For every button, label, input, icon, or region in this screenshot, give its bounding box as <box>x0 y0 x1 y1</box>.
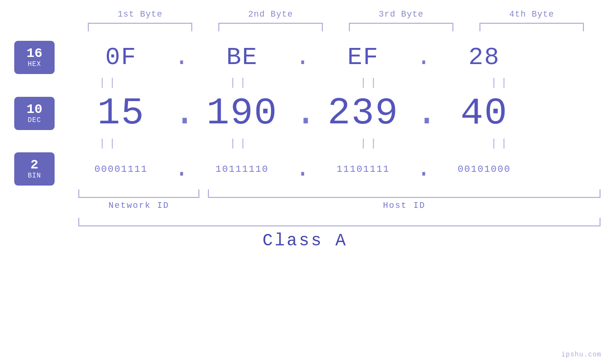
bin-dot2: . <box>294 155 311 183</box>
equals-row-1: || || || || <box>44 77 566 89</box>
dec-byte4: 40 <box>432 92 536 135</box>
main-container: 1st Byte 2nd Byte 3rd Byte 4th Byte 16 H… <box>0 0 610 364</box>
bracket-top-2 <box>218 23 323 31</box>
hex-badge: 16 HEX <box>14 41 55 74</box>
byte4-header: 4th Byte <box>479 9 584 19</box>
bin-byte4: 00101000 <box>432 164 536 175</box>
bracket-top-4 <box>479 23 584 31</box>
dec-dot1: . <box>173 92 190 135</box>
equals-4: || <box>449 77 553 89</box>
dec-dot3: . <box>415 92 432 135</box>
bracket-top-1 <box>88 23 192 31</box>
equals-1: || <box>57 77 161 89</box>
byte2-header: 2nd Byte <box>218 9 323 19</box>
hex-byte2: BE <box>190 44 294 72</box>
outer-bracket-bottom <box>78 218 601 226</box>
bin-row: 2 BIN 00001111 . 10111110 . 11101111 . 0… <box>0 152 610 186</box>
bin-byte2: 10111110 <box>190 164 294 175</box>
byte1-header: 1st Byte <box>88 9 192 19</box>
bin-badge-number: 2 <box>30 159 38 172</box>
bin-dot3: . <box>415 155 432 183</box>
class-label-row: Class A <box>0 231 610 251</box>
equals-7: || <box>318 138 422 149</box>
network-id-label: Network ID <box>78 201 199 210</box>
bin-byte3: 11101111 <box>311 164 415 175</box>
top-brackets <box>75 23 597 31</box>
hex-byte3: EF <box>311 44 415 72</box>
bin-badge-label: BIN <box>28 172 41 179</box>
equals-row-2: || || || || <box>44 138 566 149</box>
hex-dot1: . <box>173 44 190 72</box>
hex-byte4: 28 <box>432 44 536 72</box>
equals-5: || <box>57 138 161 149</box>
dec-values-row: 15 . 190 . 239 . 40 <box>69 92 610 135</box>
bin-byte1: 00001111 <box>69 164 173 175</box>
watermark: ipshu.com <box>561 351 601 358</box>
hex-byte1: 0F <box>69 44 173 72</box>
class-label: Class A <box>263 231 347 251</box>
bracket-top-3 <box>349 23 453 31</box>
hex-badge-number: 16 <box>27 47 43 60</box>
bottom-bracket-area: Network ID Host ID <box>78 189 601 210</box>
bracket-bottom-host <box>208 189 601 198</box>
hex-row: 16 HEX 0F . BE . EF . 28 <box>0 41 610 74</box>
dec-row: 10 DEC 15 . 190 . 239 . 40 <box>0 92 610 135</box>
dec-byte3: 239 <box>311 92 415 135</box>
bottom-brackets-row <box>78 189 601 198</box>
dec-byte1: 15 <box>69 92 173 135</box>
equals-3: || <box>318 77 422 89</box>
equals-2: || <box>188 77 292 89</box>
hex-dot2: . <box>294 44 311 72</box>
bin-values-row: 00001111 . 10111110 . 11101111 . 0010100… <box>69 155 610 183</box>
dec-badge: 10 DEC <box>14 97 55 130</box>
hex-badge-label: HEX <box>28 60 41 68</box>
dec-badge-label: DEC <box>28 116 41 124</box>
equals-8: || <box>449 138 553 149</box>
byte-headers: 1st Byte 2nd Byte 3rd Byte 4th Byte <box>75 9 597 19</box>
dec-byte2: 190 <box>190 92 294 135</box>
hex-dot3: . <box>415 44 432 72</box>
bracket-bottom-network <box>78 189 199 198</box>
host-id-label: Host ID <box>208 201 601 210</box>
byte3-header: 3rd Byte <box>349 9 453 19</box>
dec-badge-number: 10 <box>27 103 43 116</box>
bottom-labels-row: Network ID Host ID <box>78 201 601 210</box>
dec-dot2: . <box>294 92 311 135</box>
bin-badge: 2 BIN <box>14 152 55 186</box>
bin-dot1: . <box>173 155 190 183</box>
hex-values-row: 0F . BE . EF . 28 <box>69 44 610 72</box>
equals-6: || <box>188 138 292 149</box>
